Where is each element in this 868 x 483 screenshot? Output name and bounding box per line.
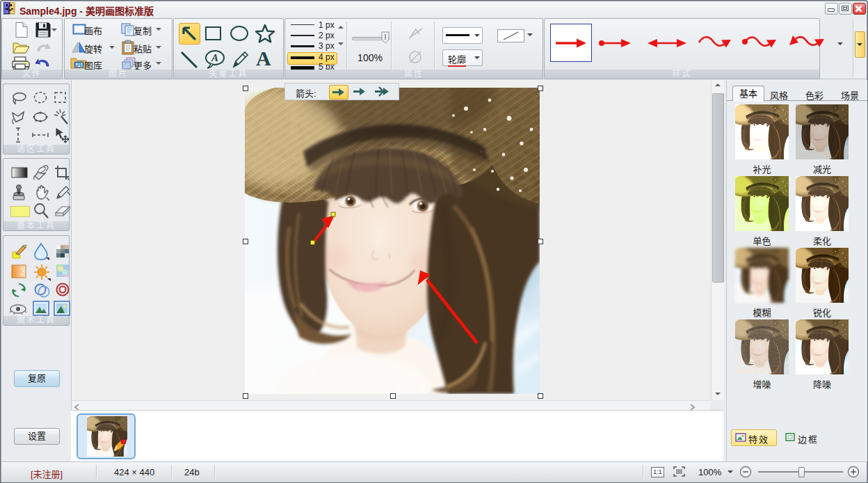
svg-text:A: A	[211, 52, 218, 63]
